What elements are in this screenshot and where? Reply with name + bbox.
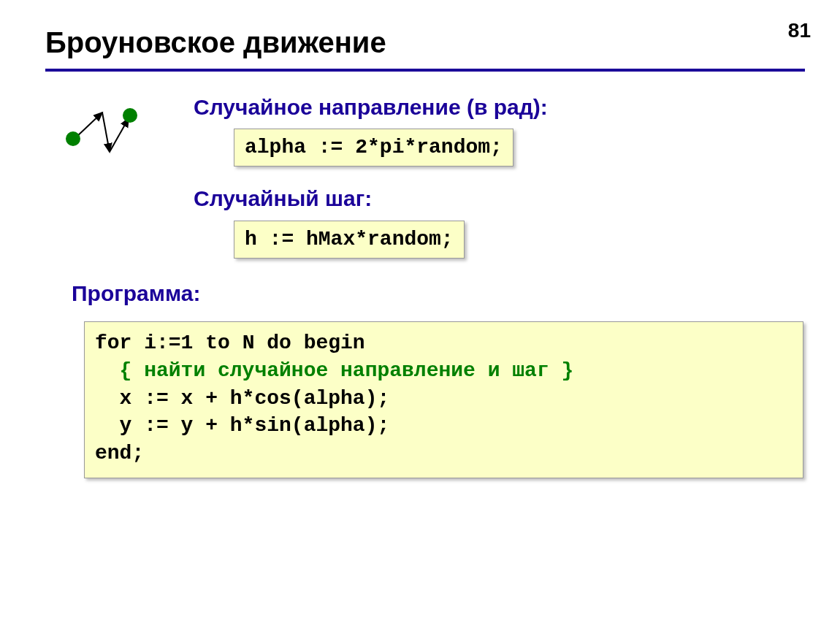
svg-point-4 <box>66 131 80 146</box>
svg-point-5 <box>123 108 137 123</box>
section-program: Программа: <box>72 281 200 306</box>
title-rule <box>45 69 805 72</box>
code-comment: { найти случайное направление и шаг } <box>120 359 574 382</box>
code-line-1: for i:=1 to N do begin <box>95 332 365 354</box>
page-title: Броуновское движение <box>45 26 386 59</box>
svg-line-1 <box>76 112 102 137</box>
code-line-3: x := x + h*cos(alpha); <box>120 387 390 410</box>
code-h: h := hMax*random; <box>234 221 465 259</box>
code-program: for i:=1 to N do begin { найти случайное… <box>84 321 803 478</box>
brownian-diagram <box>58 102 161 168</box>
code-line-4: y := y + h*sin(alpha); <box>120 414 390 437</box>
section-random-step: Случайный шаг: <box>194 186 372 211</box>
svg-line-2 <box>102 112 110 152</box>
page-number: 81 <box>788 19 811 42</box>
section-random-direction: Случайное направление (в рад): <box>194 95 548 120</box>
code-alpha: alpha := 2*pi*random; <box>234 129 513 167</box>
code-line-5: end; <box>95 442 144 464</box>
slide: 81 Броуновское движение Случайное направ… <box>0 0 840 631</box>
svg-line-3 <box>110 118 129 152</box>
